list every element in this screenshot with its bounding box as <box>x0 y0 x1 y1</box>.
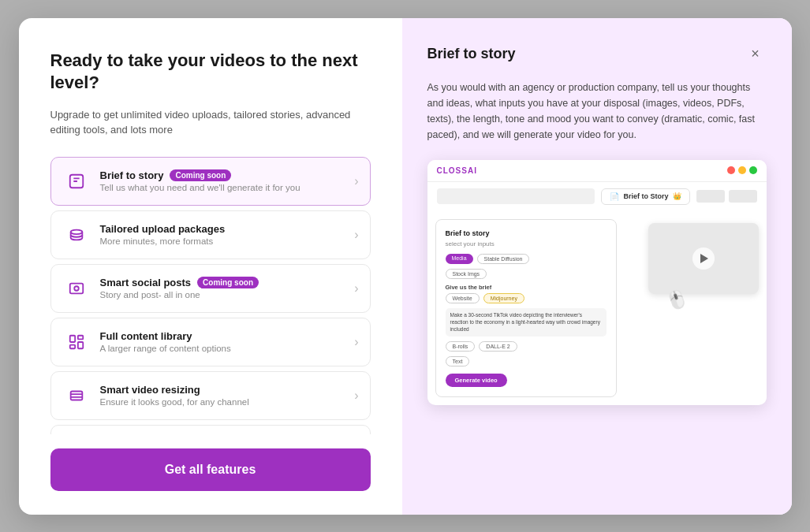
svg-rect-5 <box>77 335 82 339</box>
feature-title: Full content library <box>100 330 349 342</box>
brief-card-subtitle: select your inputs <box>446 240 607 247</box>
feature-title: Tailored upload packages <box>100 223 349 235</box>
tab-bar-1 <box>696 190 725 203</box>
brief-inputs-row-2: Stock Imgs <box>446 269 607 279</box>
feature-text: Brief to story Coming soon Tell us what … <box>100 169 349 192</box>
chip-brolls: B-rolls <box>446 341 476 352</box>
window-controls <box>727 166 757 174</box>
tab-bar-2 <box>729 190 757 203</box>
close-button[interactable]: × <box>745 43 767 65</box>
svg-rect-8 <box>70 391 82 400</box>
feature-item-smart-resizing[interactable]: Smart video resizing Ensure it looks goo… <box>50 371 371 420</box>
mockup-window: CLOSSAI 📄 Brief to Story 👑 <box>427 160 767 405</box>
feature-title: Smart social posts Coming soon <box>100 277 349 288</box>
feature-text: Smart video resizing Ensure it looks goo… <box>100 384 349 407</box>
right-header: Brief to story × <box>427 43 767 65</box>
content-library-icon <box>62 328 91 356</box>
chip-media: Media <box>446 254 473 264</box>
brief-textarea: Make a 30-second TikTok video depicting … <box>446 308 607 337</box>
tailored-upload-icon <box>62 221 91 249</box>
left-panel: Ready to take your videos to the next le… <box>19 18 402 515</box>
coming-soon-badge: Coming soon <box>170 169 231 181</box>
brief-card-title: Brief to story <box>446 229 607 237</box>
chip-website: Website <box>446 293 480 303</box>
maximize-dot <box>749 166 757 174</box>
feature-item-transcription[interactable]: Smart transcription & localization Suppo… <box>50 425 371 434</box>
upgrade-modal: Ready to take your videos to the next le… <box>19 18 792 515</box>
feature-text: Tailored upload packages More minutes, m… <box>100 223 349 246</box>
close-dot <box>727 166 735 174</box>
feature-title: Brief to story Coming soon <box>100 169 349 181</box>
generate-video-button[interactable]: Generate video <box>446 374 507 387</box>
mockup-searchbar <box>437 188 595 204</box>
svg-rect-4 <box>69 335 74 341</box>
tab-label: Brief to Story <box>623 192 668 200</box>
smart-social-icon <box>62 274 91 303</box>
get-all-features-button[interactable]: Get all features <box>50 448 371 491</box>
right-description: As you would with an agency or productio… <box>427 80 767 143</box>
brief-chips-row-4: B-rolls DALL-E 2 <box>446 341 607 352</box>
play-icon <box>700 254 708 263</box>
chip-text: Text <box>446 356 470 366</box>
feature-text: Smart social posts Coming soon Story and… <box>100 277 349 299</box>
mockup-tab-brief: 📄 Brief to Story 👑 <box>601 188 689 205</box>
modal-subtitle: Upgrade to get unlimited video uploads, … <box>50 107 371 138</box>
chevron-right-icon: › <box>354 228 358 242</box>
features-list: Brief to story Coming soon Tell us what … <box>50 157 371 434</box>
mockup-tab-row: 📄 Brief to Story 👑 <box>427 182 767 211</box>
right-panel: Brief to story × As you would with an ag… <box>402 18 792 515</box>
play-button <box>692 247 715 270</box>
feature-item-tailored-upload[interactable]: Tailored upload packages More minutes, m… <box>50 210 371 259</box>
video-preview-card <box>648 223 759 294</box>
give-brief-label: Give us the brief <box>446 284 607 291</box>
coming-soon-badge: Coming soon <box>197 277 259 288</box>
mockup-container: CLOSSAI 📄 Brief to Story 👑 <box>427 160 767 489</box>
feature-desc: Story and post- all in one <box>100 290 349 299</box>
svg-rect-6 <box>77 342 82 348</box>
feature-text: Full content library A larger range of c… <box>100 330 349 353</box>
feature-desc: Tell us what you need and we'll generate… <box>100 183 349 192</box>
chevron-right-icon: › <box>354 335 358 349</box>
smart-resizing-icon <box>62 381 91 410</box>
chevron-right-icon: › <box>354 281 358 296</box>
svg-rect-2 <box>69 283 83 293</box>
mockup-topbar: CLOSSAI <box>427 160 767 182</box>
chip-stock: Stock Imgs <box>446 269 487 279</box>
mockup-logo: CLOSSAI <box>437 166 477 175</box>
chip-stable-diffusion: Stable Diffusion <box>477 254 530 264</box>
feature-item-smart-social[interactable]: Smart social posts Coming soon Story and… <box>50 264 371 313</box>
brief-chips-row-5: Text <box>446 356 607 366</box>
brief-inputs-row: Media Stable Diffusion <box>446 254 607 264</box>
brief-chips-row-3: Website Midjourney <box>446 293 607 303</box>
brief-to-story-icon <box>62 167 91 195</box>
crown-icon: 👑 <box>673 192 681 200</box>
feature-desc: Ensure it looks good, for any channel <box>100 397 349 407</box>
mockup-tab-bars <box>696 190 757 203</box>
minimize-dot <box>738 166 746 174</box>
mockup-body: Brief to story select your inputs Media … <box>427 211 767 405</box>
chevron-right-icon: › <box>354 174 358 188</box>
svg-rect-7 <box>69 344 74 348</box>
feature-desc: A larger range of content options <box>100 344 349 353</box>
brief-card: Brief to story select your inputs Media … <box>435 219 617 397</box>
chevron-right-icon: › <box>354 389 358 403</box>
svg-point-3 <box>74 286 79 291</box>
feature-desc: More minutes, more formats <box>100 236 349 246</box>
chip-midjourney: Midjourney <box>483 293 524 303</box>
right-panel-title: Brief to story <box>427 46 516 62</box>
chip-dalle: DALL-E 2 <box>479 341 517 352</box>
svg-point-1 <box>70 229 82 234</box>
feature-item-content-library[interactable]: Full content library A larger range of c… <box>50 318 371 366</box>
feature-item-brief-to-story[interactable]: Brief to story Coming soon Tell us what … <box>50 157 371 206</box>
modal-title: Ready to take your videos to the next le… <box>50 50 371 95</box>
tab-icon: 📄 <box>610 192 619 201</box>
feature-title: Smart video resizing <box>100 384 349 396</box>
